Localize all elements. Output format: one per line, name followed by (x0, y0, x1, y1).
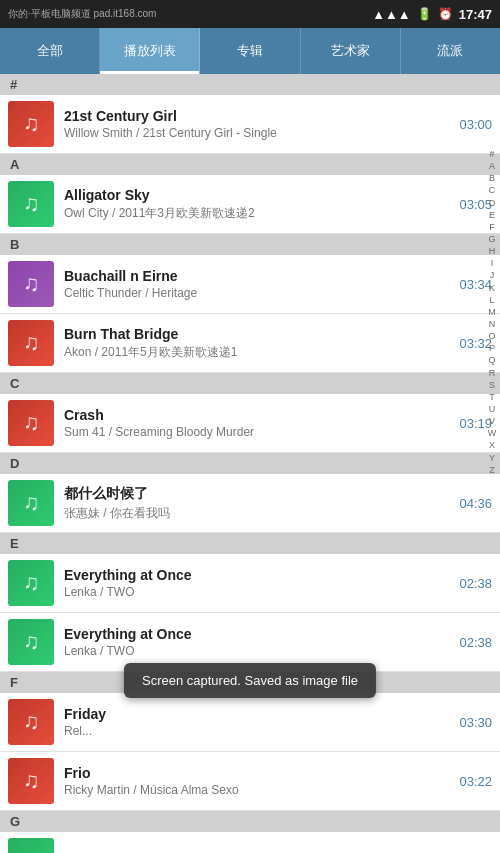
song-row[interactable]: ♫ Frio Ricky Martin / Música Alma Sexo 0… (0, 752, 500, 811)
side-index-letter[interactable]: K (489, 282, 495, 294)
thumb-bg: ♫ (8, 320, 54, 366)
side-index-letter[interactable]: G (488, 233, 495, 245)
section-header-A: A (0, 154, 500, 175)
tab-all[interactable]: 全部 (0, 28, 100, 74)
song-meta: Celtic Thunder / Heritage (64, 286, 451, 300)
song-info: 21st Century Girl Willow Smith / 21st Ce… (64, 108, 451, 140)
site-label: 你的·平板电脑频道 pad.it168.com (8, 7, 156, 21)
side-index: #ABCDEFGHIJKLMNOPQRSTUVWXYZ (484, 74, 500, 476)
thumb-bg: ♫ (8, 181, 54, 227)
side-index-letter[interactable]: B (489, 172, 495, 184)
song-meta: Lenka / TWO (64, 585, 451, 599)
side-index-letter[interactable]: Z (489, 464, 495, 476)
song-duration: 03:22 (459, 774, 492, 789)
toast-message: Screen captured. Saved as image file (142, 673, 358, 688)
song-info: 都什么时候了 张惠妹 / 你在看我吗 (64, 485, 451, 522)
song-list: # ♫ 21st Century Girl Willow Smith / 21s… (0, 74, 500, 853)
side-index-letter[interactable]: X (489, 439, 495, 451)
status-bar: 你的·平板电脑频道 pad.it168.com ▲▲▲ 🔋 ⏰ 17:47 (0, 0, 500, 28)
song-row[interactable]: ♫ 都什么时候了 张惠妹 / 你在看我吗 04:36 (0, 474, 500, 533)
music-note-icon: ♫ (23, 570, 40, 596)
music-note-icon: ♫ (23, 768, 40, 794)
side-index-letter[interactable]: H (489, 245, 496, 257)
song-meta: Ricky Martin / Música Alma Sexo (64, 783, 451, 797)
side-index-letter[interactable]: M (488, 306, 496, 318)
song-row[interactable]: ♫ Galaxies 04:01 (0, 832, 500, 853)
song-title: Alligator Sky (64, 187, 451, 203)
side-index-letter[interactable]: P (489, 342, 495, 354)
side-index-letter[interactable]: Y (489, 452, 495, 464)
song-row[interactable]: ♫ Burn That Bridge Akon / 2011年5月欧美新歌速递1… (0, 314, 500, 373)
thumb-bg: ♫ (8, 400, 54, 446)
song-thumbnail: ♫ (8, 480, 54, 526)
side-index-letter[interactable]: L (489, 294, 494, 306)
side-index-letter[interactable]: E (489, 209, 495, 221)
song-row[interactable]: ♫ Alligator Sky Owl City / 2011年3月欧美新歌速递… (0, 175, 500, 234)
song-duration: 02:38 (459, 635, 492, 650)
song-title: 都什么时候了 (64, 485, 451, 503)
song-row[interactable]: ♫ Crash Sum 41 / Screaming Bloody Murder… (0, 394, 500, 453)
side-index-letter[interactable]: F (489, 221, 495, 233)
side-index-letter[interactable]: T (489, 391, 495, 403)
song-thumbnail: ♫ (8, 619, 54, 665)
side-index-letter[interactable]: # (489, 148, 494, 160)
section-header-D: D (0, 453, 500, 474)
status-bar-right: ▲▲▲ 🔋 ⏰ 17:47 (372, 7, 492, 22)
song-info: Alligator Sky Owl City / 2011年3月欧美新歌速递2 (64, 187, 451, 222)
status-bar-left: 你的·平板电脑频道 pad.it168.com (8, 7, 156, 21)
music-note-icon: ♫ (23, 410, 40, 436)
song-title: Everything at Once (64, 626, 451, 642)
side-index-letter[interactable]: J (490, 269, 495, 281)
tab-genre[interactable]: 流派 (401, 28, 500, 74)
song-title: Burn That Bridge (64, 326, 451, 342)
tab-artist[interactable]: 艺术家 (301, 28, 401, 74)
song-thumbnail: ♫ (8, 101, 54, 147)
song-thumbnail: ♫ (8, 320, 54, 366)
side-index-letter[interactable]: D (489, 197, 496, 209)
song-row[interactable]: ♫ 21st Century Girl Willow Smith / 21st … (0, 95, 500, 154)
tab-album[interactable]: 专辑 (200, 28, 300, 74)
song-duration: 03:30 (459, 715, 492, 730)
tab-playlist[interactable]: 播放列表 (100, 28, 200, 74)
music-note-icon: ♫ (23, 848, 40, 853)
song-row[interactable]: ♫ Everything at Once Lenka / TWO 02:38 (0, 554, 500, 613)
side-index-letter[interactable]: V (489, 415, 495, 427)
thumb-bg: ♫ (8, 838, 54, 853)
wifi-icon: ▲▲▲ (372, 7, 411, 22)
song-row[interactable]: ♫ Buachaill n Eirne Celtic Thunder / Her… (0, 255, 500, 314)
side-index-letter[interactable]: I (491, 257, 494, 269)
song-title: 21st Century Girl (64, 108, 451, 124)
song-title: Everything at Once (64, 567, 451, 583)
thumb-bg: ♫ (8, 101, 54, 147)
side-index-letter[interactable]: S (489, 379, 495, 391)
section-header-#: # (0, 74, 500, 95)
side-index-letter[interactable]: O (488, 330, 495, 342)
thumb-bg: ♫ (8, 699, 54, 745)
music-note-icon: ♫ (23, 629, 40, 655)
battery-icon: 🔋 (417, 7, 432, 21)
thumb-bg: ♫ (8, 480, 54, 526)
side-index-letter[interactable]: N (489, 318, 496, 330)
song-row[interactable]: ♫ Friday Rel... 03:30 (0, 693, 500, 752)
song-info: Friday Rel... (64, 706, 451, 738)
side-index-letter[interactable]: C (489, 184, 496, 196)
side-index-letter[interactable]: R (489, 367, 496, 379)
thumb-bg: ♫ (8, 560, 54, 606)
song-thumbnail: ♫ (8, 560, 54, 606)
song-meta: Owl City / 2011年3月欧美新歌速递2 (64, 205, 451, 222)
side-index-letter[interactable]: Q (488, 354, 495, 366)
section-header-C: C (0, 373, 500, 394)
toast-notification: Screen captured. Saved as image file (124, 663, 376, 698)
side-index-letter[interactable]: A (489, 160, 495, 172)
song-thumbnail: ♫ (8, 400, 54, 446)
thumb-bg: ♫ (8, 758, 54, 804)
thumb-bg: ♫ (8, 619, 54, 665)
song-title: Friday (64, 706, 451, 722)
side-index-letter[interactable]: W (488, 427, 497, 439)
song-title: Buachaill n Eirne (64, 268, 451, 284)
music-note-icon: ♫ (23, 330, 40, 356)
song-info: Buachaill n Eirne Celtic Thunder / Herit… (64, 268, 451, 300)
section-header-B: B (0, 234, 500, 255)
side-index-letter[interactable]: U (489, 403, 496, 415)
thumb-bg: ♫ (8, 261, 54, 307)
